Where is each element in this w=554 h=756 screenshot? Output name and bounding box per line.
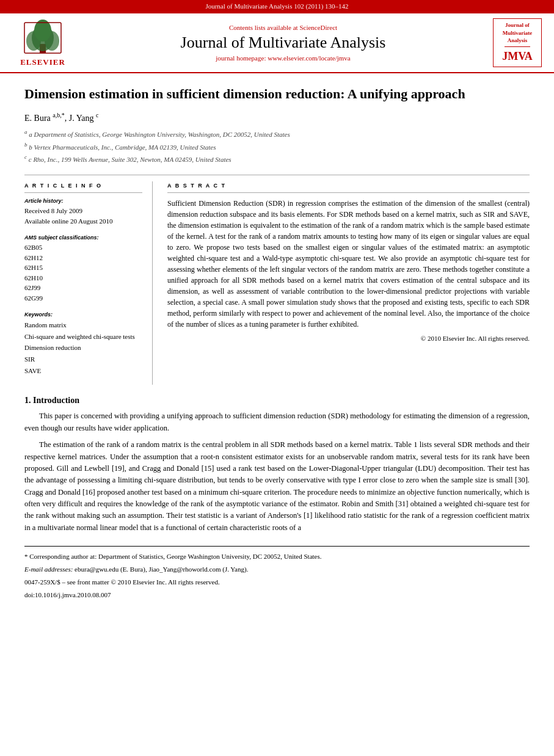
keyword-4: SAVE (24, 365, 142, 377)
keywords-list: Random matrix Chi-square and weighted ch… (24, 319, 142, 376)
journal-title: Journal of Multivariate Analysis (86, 34, 481, 52)
footnotes: * Corresponding author at: Department of… (24, 546, 530, 600)
article-info-col: A R T I C L E I N F O Article history: R… (24, 181, 153, 385)
issn-line: 0047-259X/$ – see front matter © 2010 El… (24, 577, 530, 600)
intro-heading: 1. Introduction (24, 396, 530, 405)
journal-citation: Journal of Multivariate Analysis 102 (20… (205, 2, 348, 10)
logo-journal-line2: Multivariate (502, 29, 533, 37)
elsevier-logo: ELSEVIER (12, 18, 73, 67)
journal-homepage: journal homepage: www.elsevier.com/locat… (86, 54, 481, 62)
elsevier-wordmark: ELSEVIER (20, 57, 65, 67)
journal-header-bar: Journal of Multivariate Analysis 102 (20… (0, 0, 554, 12)
received-date: Received 8 July 2009 (24, 206, 142, 216)
corresponding-author-note: * Corresponding author at: Department of… (24, 551, 530, 562)
elsevier-tree-icon (21, 20, 64, 56)
ams-code-0: 62B05 (24, 242, 142, 253)
intro-paragraph2: The estimation of the rank of a random m… (24, 439, 530, 534)
email-note: E-mail addresses: ebura@gwu.edu (E. Bura… (24, 564, 530, 575)
ams-classifications: AMS subject classifications: 62B05 62H12… (24, 234, 142, 303)
journal-logo-right: Journal of Multivariate Analysis JMVA (493, 18, 542, 67)
abstract-label: A B S T R A C T (167, 183, 530, 189)
two-col-layout: A R T I C L E I N F O Article history: R… (24, 175, 530, 385)
authors: E. Bura a,b,*, J. Yang c (24, 112, 530, 123)
keyword-1: Chi-square and weighted chi-square tests (24, 331, 142, 343)
ams-code-5: 62G99 (24, 293, 142, 303)
contents-available: Contents lists available at ScienceDirec… (86, 24, 481, 31)
sciencedirect-link[interactable]: ScienceDirect (299, 24, 337, 31)
ams-code-2: 62H15 (24, 263, 142, 273)
logo-journal-line3: Analysis (502, 37, 533, 45)
abstract-text: Sufficient Dimension Reduction (SDR) in … (167, 198, 530, 330)
keyword-0: Random matrix (24, 319, 142, 331)
ams-code-4: 62J99 (24, 283, 142, 293)
journal-center: Contents lists available at ScienceDirec… (86, 24, 481, 62)
elsevier-strip: ELSEVIER Contents lists available at Sci… (0, 12, 554, 73)
intro-paragraph1: This paper is concerned with providing a… (24, 410, 530, 434)
available-date: Available online 20 August 2010 (24, 216, 142, 227)
doi: doi:10.1016/j.jmva.2010.08.007 (24, 590, 530, 601)
article-info-label: A R T I C L E I N F O (24, 183, 142, 189)
keywords-block: Keywords: Random matrix Chi-square and w… (24, 311, 142, 376)
abstract-col: A B S T R A C T Sufficient Dimension Red… (167, 181, 530, 385)
article-title: Dimension estimation in sufficient dimen… (24, 85, 530, 103)
ams-code-3: 62H10 (24, 273, 142, 283)
main-content: Dimension estimation in sufficient dimen… (0, 73, 554, 615)
logo-journal-line1: Journal of (502, 21, 533, 29)
affiliations: a a Department of Statistics, George Was… (24, 128, 530, 165)
article-history: Article history: Received 8 July 2009 Av… (24, 198, 142, 226)
homepage-url[interactable]: www.elsevier.com/locate/jmva (268, 54, 351, 62)
logo-abbr: JMVA (502, 49, 533, 64)
ams-code-1: 62H12 (24, 253, 142, 263)
keyword-3: SIR (24, 354, 142, 365)
keyword-2: Dimension reduction (24, 342, 142, 354)
abstract-copyright: © 2010 Elsevier Inc. All rights reserved… (167, 335, 530, 342)
